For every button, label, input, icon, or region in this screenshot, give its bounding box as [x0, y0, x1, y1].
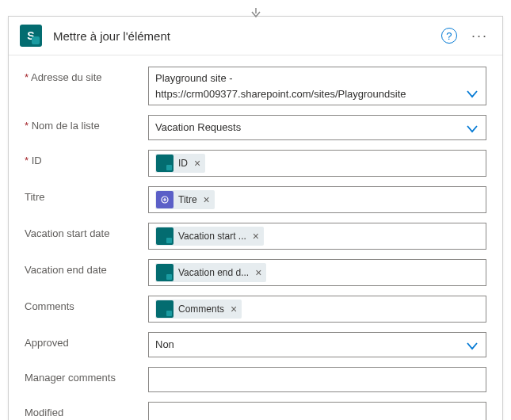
token-id[interactable]: ID ×: [155, 154, 205, 173]
token-comments-label: Comments: [178, 304, 224, 315]
label-adresse-site: Adresse du site: [25, 67, 135, 83]
label-nom-liste: Nom de la liste: [25, 115, 135, 132]
sharepoint-icon: S: [20, 25, 42, 47]
field-adresse-site[interactable]: Playground site - https://crm009377.shar…: [148, 67, 486, 105]
token-vac-end[interactable]: Vacation end d... ×: [155, 263, 266, 282]
label-id: ID: [25, 150, 135, 166]
nom-liste-value: Vacation Requests: [155, 120, 459, 136]
approved-value: Non: [155, 337, 459, 353]
field-titre[interactable]: Titre ×: [148, 186, 486, 213]
close-icon[interactable]: ×: [204, 194, 210, 205]
field-approved[interactable]: Non: [148, 332, 486, 357]
chevron-down-icon[interactable]: [467, 90, 478, 98]
token-titre-label: Titre: [178, 194, 197, 205]
purple-token-icon: [156, 191, 174, 208]
token-vac-start-label: Vacation start ...: [178, 231, 246, 242]
adresse-site-line2: https://crm009377.sharepoint.com/sites/P…: [155, 86, 459, 102]
field-comments[interactable]: Comments ×: [148, 296, 486, 323]
token-vac-start[interactable]: Vacation start ... ×: [155, 227, 264, 246]
close-icon[interactable]: ×: [194, 158, 200, 169]
token-comments[interactable]: Comments ×: [155, 300, 242, 319]
card-header[interactable]: S Mettre à jour l'élément ? ···: [9, 17, 502, 55]
help-icon[interactable]: ?: [441, 28, 457, 44]
field-vac-start[interactable]: Vacation start ... ×: [148, 223, 486, 250]
field-modified[interactable]: [148, 402, 486, 420]
action-card: S Mettre à jour l'élément ? ··· Adresse …: [8, 16, 503, 420]
label-modified: Modified: [25, 402, 135, 418]
card-title: Mettre à jour l'élément: [53, 29, 430, 43]
label-manager-comments: Manager comments: [25, 367, 135, 384]
chevron-down-icon[interactable]: [467, 125, 478, 133]
label-titre: Titre: [25, 186, 135, 203]
field-id[interactable]: ID ×: [148, 150, 486, 177]
label-vac-end: Vacation end date: [25, 259, 135, 276]
sharepoint-token-icon: [156, 300, 174, 318]
token-titre[interactable]: Titre ×: [155, 190, 215, 209]
token-vac-end-label: Vacation end d...: [178, 267, 249, 278]
more-icon[interactable]: ···: [468, 28, 491, 44]
label-comments: Comments: [25, 296, 135, 312]
token-id-label: ID: [178, 158, 188, 169]
sharepoint-token-icon: [156, 227, 174, 245]
sharepoint-token-icon: [156, 155, 174, 172]
field-manager-comments[interactable]: [148, 367, 486, 392]
label-approved: Approved: [25, 332, 135, 349]
chevron-down-icon[interactable]: [467, 342, 478, 350]
field-nom-liste[interactable]: Vacation Requests: [148, 115, 486, 140]
adresse-site-line1: Playground site -: [155, 71, 459, 86]
close-icon[interactable]: ×: [253, 231, 259, 242]
label-vac-start: Vacation start date: [25, 223, 135, 239]
close-icon[interactable]: ×: [255, 267, 261, 278]
field-vac-end[interactable]: Vacation end d... ×: [148, 259, 486, 286]
close-icon[interactable]: ×: [231, 304, 237, 315]
sharepoint-token-icon: [156, 264, 174, 281]
card-body: Adresse du site Playground site - https:…: [9, 55, 502, 420]
